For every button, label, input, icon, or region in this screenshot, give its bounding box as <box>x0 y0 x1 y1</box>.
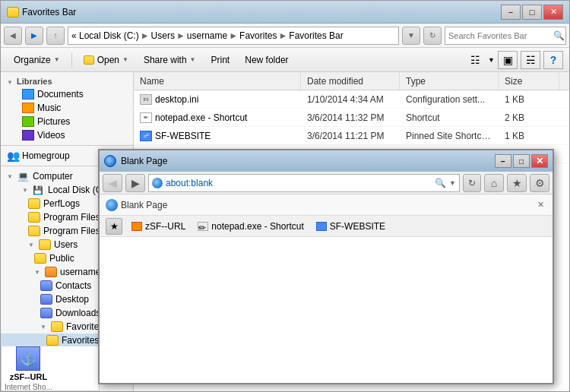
ie-tab-close-button[interactable]: ✕ <box>534 199 546 211</box>
ie-fav-star-button[interactable]: ★ <box>106 218 122 235</box>
minimize-button[interactable]: − <box>501 5 521 20</box>
open-button[interactable]: Open ▼ <box>77 50 135 70</box>
perflogs-icon <box>28 198 40 209</box>
username-icon <box>45 267 57 277</box>
print-button[interactable]: Print <box>204 50 237 70</box>
ie-fav-item-sfwebsite[interactable]: SF-WEBSITE <box>313 220 388 233</box>
ie-home-button[interactable]: ⌂ <box>484 174 504 192</box>
sidebar-libraries-header[interactable]: ▼ Libraries <box>1 75 133 87</box>
favorites-tree-arrow: ▼ <box>40 324 46 330</box>
sidebar-item-videos[interactable]: Videos <box>1 128 133 142</box>
file-name: desktop.ini <box>155 94 198 105</box>
breadcrumb-favbar[interactable]: Favorites Bar <box>289 30 343 41</box>
file-size-cell: 1 KB <box>499 131 559 141</box>
public-icon <box>34 253 46 264</box>
ie-tab-logo <box>106 199 118 211</box>
view-options-button[interactable]: ☷ <box>465 51 485 69</box>
computer-arrow: ▼ <box>7 173 13 180</box>
ie-fav-item-zsf-url[interactable]: zSF--URL <box>128 220 188 233</box>
ie-tools-button[interactable]: ⚙ <box>530 174 549 192</box>
forward-button[interactable]: ▶ <box>25 27 43 45</box>
ie-dropdown-arrow[interactable]: ▼ <box>449 179 456 187</box>
breadcrumb-users[interactable]: Users <box>151 30 175 41</box>
help-button[interactable]: ? <box>543 51 563 69</box>
downloads-label: Downloads <box>55 308 100 318</box>
ie-minimize-button[interactable]: − <box>495 154 511 168</box>
preview-pane-button[interactable]: ▣ <box>498 51 518 69</box>
taskbar-preview-item[interactable]: ⚓ zSF--URL Internet Sho... <box>1 346 100 391</box>
new-folder-button[interactable]: New folder <box>238 50 295 70</box>
column-size-header[interactable]: Size <box>499 72 559 90</box>
details-pane-button[interactable]: ☵ <box>521 51 540 69</box>
address-bar: ◀ ▶ ↑ « Local Disk (C:) ► Users ► userna… <box>1 24 569 48</box>
file-name-cell: ☍ SF-WEBSITE <box>134 131 301 141</box>
search-icon[interactable]: 🔍 <box>553 30 565 41</box>
column-type-label: Type <box>406 76 426 87</box>
file-type-cell: Configuration sett... <box>400 94 499 105</box>
videos-icon <box>22 130 34 141</box>
fav-sfwebsite-label: SF-WEBSITE <box>330 221 385 232</box>
share-with-button[interactable]: Share with ▼ <box>137 50 203 70</box>
back-button[interactable]: ◀ <box>4 27 22 45</box>
username-label: username <box>60 267 100 277</box>
open-label: Open <box>97 55 119 65</box>
breadcrumb-sep-3: ► <box>229 30 238 41</box>
file-size-cell: 2 KB <box>499 112 559 123</box>
breadcrumb-localdisk[interactable]: Local Disk (C:) <box>79 30 139 41</box>
fav-url-icon <box>131 222 142 231</box>
ie-close-button[interactable]: ✕ <box>531 154 548 168</box>
ie-favorites-star-button[interactable]: ★ <box>507 174 527 192</box>
ie-fav-item-notepad[interactable]: ✏ notepad.exe - Shortcut <box>195 220 306 233</box>
ie-address-field[interactable]: about:blank 🔍 ▼ <box>148 174 460 192</box>
table-row[interactable]: ✏ notepad.exe - Shortcut 3/6/2014 11:32 … <box>134 109 569 127</box>
search-input[interactable] <box>448 31 553 40</box>
ie-maximize-button[interactable]: □ <box>513 154 530 168</box>
sidebar-item-music[interactable]: Music <box>1 101 133 115</box>
title-bar-controls: − □ ✕ <box>501 5 563 20</box>
open-arrow: ▼ <box>122 56 128 63</box>
up-button[interactable]: ↑ <box>46 27 65 45</box>
breadcrumb-username[interactable]: username <box>187 30 227 41</box>
view-dropdown-arrow[interactable]: ▼ <box>488 56 495 64</box>
file-name: SF-WEBSITE <box>155 131 211 141</box>
column-name-header[interactable]: Name <box>134 72 301 90</box>
ie-nav-bar: ◀ ▶ about:blank 🔍 ▼ ↻ ⌂ ★ ⚙ <box>100 172 553 194</box>
table-row[interactable]: ☍ SF-WEBSITE 3/6/2014 11:21 PM Pinned Si… <box>134 127 569 145</box>
title-bar-left: Favorites Bar <box>7 7 76 17</box>
pinned-icon: ☍ <box>140 131 152 141</box>
breadcrumb[interactable]: « Local Disk (C:) ► Users ► username ► F… <box>68 27 399 45</box>
users-label: Users <box>54 239 78 250</box>
file-type-cell: Pinned Site Shortcut... <box>400 131 499 141</box>
fav-shortcut-icon: ✏ <box>198 222 208 231</box>
ie-refresh-button[interactable]: ↻ <box>463 174 481 192</box>
refresh-button[interactable]: ↻ <box>423 27 442 45</box>
column-type-header[interactable]: Type <box>400 72 499 90</box>
perflogs-label: PerfLogs <box>43 198 80 209</box>
organize-button[interactable]: Organize ▼ <box>7 50 67 70</box>
sidebar-item-pictures[interactable]: Pictures <box>1 115 133 128</box>
ie-favorites-bar: ★ zSF--URL ✏ notepad.exe - Shortcut SF-W… <box>100 216 553 237</box>
ie-back-button[interactable]: ◀ <box>103 174 122 192</box>
desktop-label: Desktop <box>55 294 89 305</box>
localdisk-arrow: ▼ <box>22 187 28 194</box>
column-date-header[interactable]: Date modified <box>301 72 400 90</box>
users-arrow: ▼ <box>28 242 34 248</box>
maximize-button[interactable]: □ <box>522 5 542 20</box>
ie-address-search-icon[interactable]: 🔍 <box>435 178 446 188</box>
close-button[interactable]: ✕ <box>543 5 563 20</box>
breadcrumb-dropdown-button[interactable]: ▼ <box>402 27 420 45</box>
sidebar-divider-1 <box>1 145 133 146</box>
ie-address-logo <box>152 178 163 188</box>
table-row[interactable]: ini desktop.ini 1/10/2014 4:34 AM Config… <box>134 90 569 109</box>
share-with-arrow: ▼ <box>190 56 196 63</box>
taskbar-file-type: Internet Sho... <box>5 383 52 391</box>
organize-label: Organize <box>14 55 51 65</box>
breadcrumb-favorites[interactable]: Favorites <box>239 30 277 41</box>
breadcrumb-item-1[interactable]: « <box>71 30 79 41</box>
ie-forward-button[interactable]: ▶ <box>125 174 145 192</box>
new-folder-label: New folder <box>245 55 288 65</box>
sidebar-item-documents[interactable]: Documents <box>1 87 133 101</box>
sidebar-libraries-section: ▼ Libraries Documents Music Pictures <box>1 75 133 142</box>
users-icon <box>39 239 51 250</box>
explorer-icon <box>7 7 19 17</box>
